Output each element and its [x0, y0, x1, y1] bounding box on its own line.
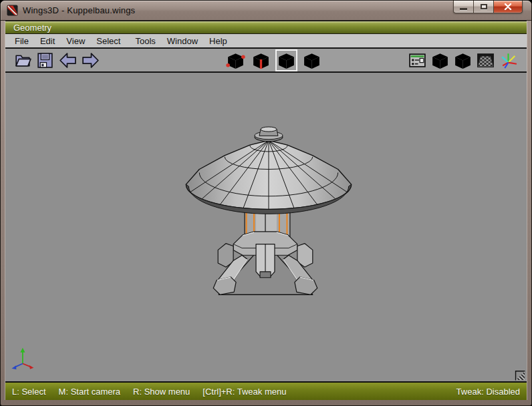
face-mode-cube-icon — [277, 51, 296, 70]
menu-select[interactable]: Select — [96, 36, 120, 46]
titlebar[interactable]: Wings3D - Kuppelbau.wings — [1, 1, 531, 21]
smooth-shaded-button[interactable] — [430, 51, 450, 70]
app-body: Geometry File Edit View Select Tools Win… — [5, 21, 527, 400]
scene-canvas — [5, 73, 527, 381]
menu-window[interactable]: Window — [167, 36, 198, 46]
axes-toggle-button[interactable] — [499, 51, 518, 70]
model-dome — [186, 127, 351, 294]
ground-plane-button[interactable] — [476, 51, 495, 70]
smooth-shaded-cube-icon — [430, 51, 450, 70]
geometry-window-title: Geometry — [13, 23, 51, 33]
tweak-status: Tweak: Disabled — [456, 387, 520, 397]
menu-view[interactable]: View — [66, 36, 85, 46]
menu-help[interactable]: Help — [209, 36, 227, 46]
menu-tools[interactable]: Tools — [135, 36, 155, 46]
model-apex-knob — [255, 127, 283, 142]
wings3d-logo-icon — [7, 5, 18, 16]
hint-ctrl-right-click: [Ctrl]+R: Tweak menu — [203, 387, 286, 397]
vertex-mode-button[interactable] — [225, 49, 247, 71]
save-file-button[interactable] — [35, 51, 55, 70]
view-tool-group — [408, 51, 518, 70]
window-title: Wings3D - Kuppelbau.wings — [23, 5, 135, 15]
selection-mode-group — [225, 49, 323, 71]
hint-right-click: R: Show menu — [133, 387, 190, 397]
vertex-mode-cube-icon — [226, 51, 245, 70]
maximize-icon — [481, 4, 487, 9]
open-file-icon — [13, 51, 32, 70]
back-arrow-icon — [58, 51, 78, 70]
hint-left-click: L: Select — [12, 387, 46, 397]
geometry-viewport[interactable] — [5, 73, 527, 383]
toolbar — [5, 47, 527, 73]
view-options-dialog-icon — [408, 51, 427, 70]
close-icon — [504, 3, 512, 10]
forward-arrow-icon — [81, 51, 100, 70]
minimize-button[interactable] — [453, 1, 474, 13]
menu-file[interactable]: File — [15, 36, 29, 46]
face-mode-button[interactable] — [275, 49, 297, 71]
menu-edit[interactable]: Edit — [40, 36, 55, 46]
file-tool-group — [13, 51, 100, 70]
maximize-button[interactable] — [473, 1, 494, 13]
open-file-button[interactable] — [13, 51, 32, 70]
minimize-icon — [460, 8, 467, 10]
close-button[interactable] — [493, 1, 523, 13]
axes-icon — [499, 51, 518, 70]
body-mode-cube-icon — [302, 51, 321, 70]
mouse-hints: L: Select M: Start camera R: Show menu [… — [12, 387, 286, 397]
wireframe-shaded-button[interactable] — [453, 51, 473, 70]
menubar: File Edit View Select Tools Window Help — [5, 34, 527, 47]
save-file-icon — [35, 51, 55, 70]
geometry-window-header[interactable]: Geometry — [5, 21, 527, 34]
view-options-button[interactable] — [408, 51, 427, 70]
body-mode-button[interactable] — [301, 49, 323, 71]
edge-mode-cube-icon — [251, 51, 271, 70]
wireframe-cube-icon — [453, 51, 473, 70]
hint-middle-click: M: Start camera — [59, 387, 120, 397]
viewport-resize-grip[interactable] — [516, 371, 525, 381]
statusbar: L: Select M: Start camera R: Show menu [… — [5, 383, 527, 400]
ground-grid-icon — [476, 51, 495, 70]
window-controls — [454, 1, 523, 13]
edge-mode-button[interactable] — [250, 49, 272, 71]
forward-button[interactable] — [81, 51, 100, 70]
app-window: Wings3D - Kuppelbau.wings Geometry File … — [0, 0, 532, 406]
back-button[interactable] — [58, 51, 78, 70]
axis-indicator — [11, 348, 33, 369]
